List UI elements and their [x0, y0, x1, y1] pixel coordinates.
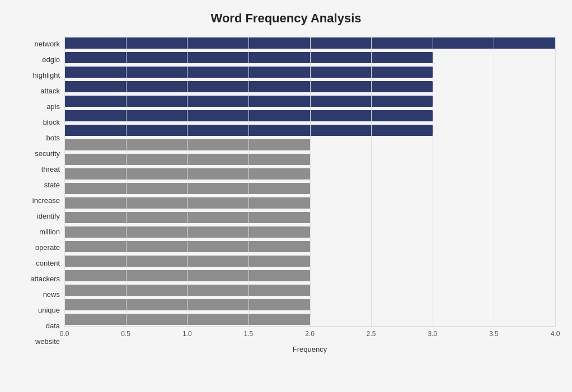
x-tick-label: 1.5	[244, 330, 254, 338]
y-label-million: million	[17, 225, 60, 239]
y-label-identify: identify	[17, 209, 60, 224]
bar-attackers	[64, 256, 310, 267]
y-label-data: data	[17, 319, 60, 333]
y-label-increase: increase	[17, 193, 60, 207]
bar-attack	[64, 81, 433, 92]
bar-row-news	[64, 268, 555, 283]
bar-row-threat	[64, 152, 555, 167]
bar-operate	[64, 226, 310, 238]
y-label-security: security	[17, 146, 60, 160]
bar-row-identify	[64, 196, 555, 210]
bar-data	[64, 299, 310, 310]
bar-row-network	[64, 36, 555, 50]
bar-bots	[64, 125, 433, 136]
bar-row-edgio	[64, 50, 555, 65]
bar-row-website	[64, 312, 555, 327]
bar-identify	[64, 197, 310, 209]
plot-area: 0.00.51.01.52.02.53.03.54.0 Frequency	[64, 36, 555, 350]
y-label-threat: threat	[17, 162, 60, 176]
bar-threat	[64, 154, 310, 165]
bar-website	[64, 314, 310, 325]
bar-content	[64, 241, 310, 252]
y-label-apis: apis	[17, 99, 60, 114]
bar-row-block	[64, 108, 555, 123]
bars-section	[64, 36, 555, 327]
bar-row-highlight	[64, 65, 555, 79]
y-label-highlight: highlight	[17, 68, 60, 82]
bar-row-unique	[64, 283, 555, 297]
y-label-network: network	[17, 36, 60, 51]
grid-line	[555, 36, 556, 327]
bar-row-million	[64, 210, 555, 225]
bar-row-bots	[64, 123, 555, 138]
x-tick-label: 3.0	[428, 330, 437, 338]
y-label-edgio: edgio	[17, 52, 60, 67]
bar-network	[64, 37, 555, 49]
y-label-operate: operate	[17, 240, 60, 255]
x-ticks: 0.00.51.01.52.02.53.03.54.0	[64, 327, 555, 344]
y-labels: networkedgiohighlightattackapisblockbots…	[17, 36, 64, 350]
y-label-attackers: attackers	[17, 272, 60, 286]
x-tick-label: 0.5	[121, 330, 130, 338]
bar-million	[64, 212, 310, 223]
bar-apis	[64, 96, 433, 107]
x-axis-label: Frequency	[64, 345, 555, 353]
bar-highlight	[64, 67, 433, 78]
y-label-unique: unique	[17, 303, 60, 318]
bar-row-data	[64, 297, 555, 312]
bar-state	[64, 168, 310, 180]
bar-row-attack	[64, 79, 555, 94]
y-label-block: block	[17, 115, 60, 129]
x-tick-label: 2.5	[367, 330, 376, 338]
y-label-attack: attack	[17, 83, 60, 98]
bar-edgio	[64, 52, 433, 63]
bar-increase	[64, 183, 310, 194]
chart-area: networkedgiohighlightattackapisblockbots…	[17, 36, 555, 350]
chart-container: Word Frequency Analysis networkedgiohigh…	[0, 0, 572, 392]
chart-title: Word Frequency Analysis	[17, 11, 555, 26]
bar-news	[64, 270, 310, 281]
bar-row-content	[64, 239, 555, 254]
bar-unique	[64, 285, 310, 296]
bar-security	[64, 139, 310, 150]
bar-row-security	[64, 138, 555, 152]
x-tick-label: 1.0	[182, 330, 192, 338]
x-axis-area: 0.00.51.01.52.02.53.03.54.0 Frequency	[64, 327, 555, 353]
x-tick-label: 4.0	[551, 330, 560, 338]
x-tick-label: 3.5	[489, 330, 499, 338]
bar-row-state	[64, 167, 555, 181]
x-tick-label: 0.0	[60, 330, 69, 338]
bar-block	[64, 110, 433, 121]
y-label-website: website	[17, 334, 60, 349]
y-label-bots: bots	[17, 130, 60, 145]
bar-row-operate	[64, 225, 555, 239]
bar-row-attackers	[64, 254, 555, 268]
y-label-content: content	[17, 256, 60, 271]
y-label-news: news	[17, 287, 60, 302]
bar-row-apis	[64, 94, 555, 108]
bar-row-increase	[64, 181, 555, 196]
x-tick-label: 2.0	[305, 330, 315, 338]
y-label-state: state	[17, 177, 60, 192]
